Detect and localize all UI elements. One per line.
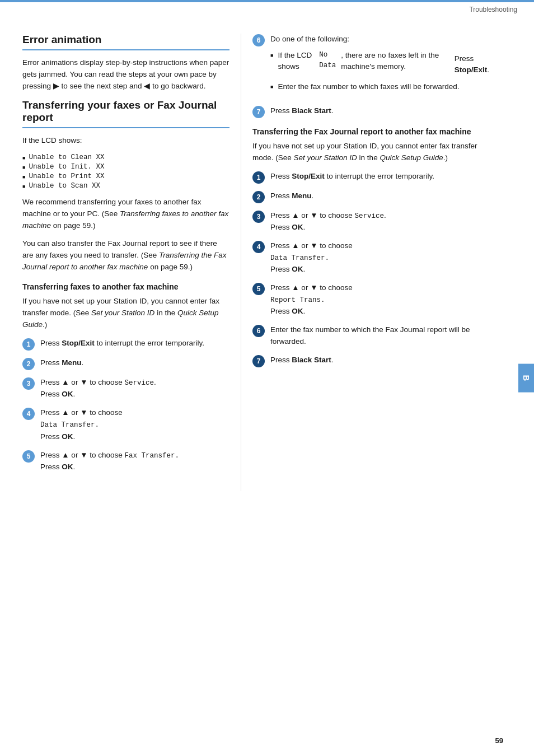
right-step-7-text: Press Black Start. — [270, 105, 334, 117]
right2-step-5-text: Press ▲ or ▼ to chooseReport Trans.Press… — [270, 282, 353, 318]
subsection1-title: Transferring faxes to another fax machin… — [22, 282, 229, 291]
right2-step-6: 6 Enter the fax number to which the Fax … — [252, 324, 493, 348]
step-3: 3 Press ▲ or ▼ to choose Service.Press O… — [22, 377, 229, 400]
top-border — [0, 0, 534, 2]
breadcrumb: Troubleshooting — [469, 6, 517, 13]
breadcrumb-text: Troubleshooting — [469, 6, 517, 13]
right2-step-circle-1: 1 — [252, 171, 265, 184]
right2-step-2-text: Press Menu. — [270, 190, 313, 202]
right2-step-1-text: Press Stop/Exit to interrupt the error t… — [270, 171, 434, 183]
step-1-text: Press Stop/Exit to interrupt the error t… — [40, 338, 204, 349]
right2-step-6-text: Enter the fax number to which the Fax Jo… — [270, 324, 493, 348]
step-circle-4: 4 — [22, 408, 35, 420]
bullet-item: Unable to Scan XX — [22, 182, 229, 190]
step-4-text: Press ▲ or ▼ to chooseData Transfer.Pres… — [40, 407, 123, 442]
right2-step-1: 1 Press Stop/Exit to interrupt the error… — [252, 171, 493, 184]
section1-divider — [22, 49, 229, 50]
section2-bullets: Unable to Clean XX Unable to Init. XX Un… — [22, 153, 229, 190]
right-step-6-text: Do one of the following: If the LCD show… — [270, 34, 493, 99]
right2-step-4-text: Press ▲ or ▼ to chooseData Transfer.Pres… — [270, 240, 353, 276]
step-2-text: Press Menu. — [40, 357, 83, 369]
right2-step-circle-2: 2 — [252, 191, 265, 203]
right2-step-7: 7 Press Black Start. — [252, 354, 493, 367]
section1-body: Error animations display step-by-step in… — [22, 57, 229, 92]
step-circle-1: 1 — [22, 338, 35, 351]
right2-step-5: 5 Press ▲ or ▼ to chooseReport Trans.Pre… — [252, 282, 493, 318]
section2-body1: We recommend transferring your faxes to … — [22, 197, 229, 232]
right2-step-7-text: Press Black Start. — [270, 354, 334, 366]
bullet-item: Unable to Print XX — [22, 172, 229, 180]
right-step-circle-6: 6 — [252, 34, 265, 46]
step-circle-5: 5 — [22, 450, 35, 463]
section2-divider — [22, 127, 229, 128]
step-5: 5 Press ▲ or ▼ to choose Fax Transfer.Pr… — [22, 450, 229, 473]
subsection2-title: Transferring the Fax Journal report to a… — [252, 127, 493, 136]
right-bullet-1: If the LCD shows No Data, there are no f… — [270, 50, 493, 76]
right2-step-circle-7: 7 — [252, 355, 265, 367]
section1-title: Error animation — [22, 34, 229, 46]
right2-step-2: 2 Press Menu. — [252, 190, 493, 203]
right2-step-circle-3: 3 — [252, 211, 265, 223]
left-column: Error animation Error animations display… — [0, 22, 241, 491]
section2-title: Transferring your faxes or Fax Journal r… — [22, 99, 229, 124]
right2-step-circle-4: 4 — [252, 241, 265, 253]
right-column: 6 Do one of the following: If the LCD sh… — [241, 22, 510, 491]
page-number: 59 — [495, 736, 503, 745]
bullet-item: Unable to Init. XX — [22, 163, 229, 171]
step-circle-2: 2 — [22, 358, 35, 370]
right-step-7: 7 Press Black Start. — [252, 105, 493, 118]
subsection2-intro: If you have not set up your Station ID, … — [252, 141, 493, 164]
right2-step-3: 3 Press ▲ or ▼ to choose Service.Press O… — [252, 210, 493, 234]
step-4: 4 Press ▲ or ▼ to chooseData Transfer.Pr… — [22, 407, 229, 442]
right2-step-3-text: Press ▲ or ▼ to choose Service.Press OK. — [270, 210, 386, 234]
right2-step-4: 4 Press ▲ or ▼ to chooseData Transfer.Pr… — [252, 240, 493, 276]
step-2: 2 Press Menu. — [22, 357, 229, 370]
b-tab: B — [518, 364, 534, 393]
step-circle-3: 3 — [22, 377, 35, 390]
right-step-circle-7: 7 — [252, 106, 265, 118]
section2-intro: If the LCD shows: — [22, 135, 229, 147]
step-3-text: Press ▲ or ▼ to choose Service.Press OK. — [40, 377, 156, 400]
step-5-text: Press ▲ or ▼ to choose Fax Transfer.Pres… — [40, 450, 179, 473]
subsection1-intro: If you have not set up your Station ID, … — [22, 296, 229, 331]
bullet-item: Unable to Clean XX — [22, 153, 229, 161]
right-bullet-2: Enter the fax number to which faxes will… — [270, 81, 493, 92]
right2-step-circle-5: 5 — [252, 283, 265, 295]
right2-step-circle-6: 6 — [252, 325, 265, 337]
section2-body2: You can also transfer the Fax Journal re… — [22, 238, 229, 273]
right-step-6: 6 Do one of the following: If the LCD sh… — [252, 34, 493, 99]
step-1: 1 Press Stop/Exit to interrupt the error… — [22, 338, 229, 351]
